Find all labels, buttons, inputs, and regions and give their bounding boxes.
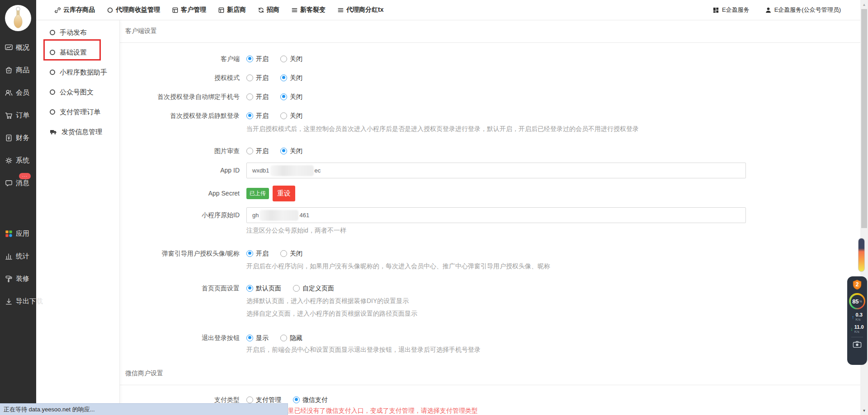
topnav-item-agent-revenue[interactable]: 代理商收益管理 bbox=[107, 6, 160, 14]
radio-icon bbox=[246, 56, 253, 62]
submenu-item-manual-publish[interactable]: 手动发布 bbox=[36, 23, 119, 42]
sidebar-item-label: 统计 bbox=[16, 252, 29, 261]
system-icon bbox=[5, 156, 13, 165]
panel-icon bbox=[172, 7, 179, 14]
row-label: 首页页面设置 bbox=[120, 284, 240, 318]
sidebar-item-label: 订单 bbox=[16, 111, 29, 120]
row-label: App Secret bbox=[120, 185, 240, 201]
circle-icon bbox=[50, 50, 55, 55]
topnav-item-new-shop[interactable]: 新店商 bbox=[218, 6, 246, 14]
radio-homepage-default[interactable]: 默认页面 bbox=[246, 284, 281, 293]
sidebar-item-stats[interactable]: 统计 bbox=[0, 245, 36, 267]
radio-icon bbox=[246, 112, 253, 119]
sidebar-item-label: 消息 bbox=[16, 179, 29, 187]
radio-logout-hide[interactable]: 隐藏 bbox=[280, 333, 302, 342]
sidebar-item-goods[interactable]: 商品 bbox=[0, 59, 36, 81]
sidebar-item-orders[interactable]: 订单 bbox=[0, 104, 36, 126]
radio-silentlogin-off[interactable]: 关闭 bbox=[280, 111, 302, 120]
radio-icon bbox=[246, 335, 253, 341]
members-icon bbox=[5, 89, 13, 97]
submenu-item-basic-settings[interactable]: 基础设置 bbox=[36, 42, 119, 62]
screenshot-camera-icon[interactable] bbox=[853, 340, 862, 348]
topbar: 云库存商品 代理商收益管理 客户管理 新店商 招商 新客裂变 代理商分红tx bbox=[36, 0, 868, 20]
account-menu[interactable]: E企盈服务(公众号管理员) bbox=[765, 6, 841, 14]
recycle-icon bbox=[258, 7, 264, 14]
radio-client-on[interactable]: 开启 bbox=[246, 54, 269, 63]
submenu-item-payment-orders[interactable]: 支付管理订单 bbox=[36, 102, 119, 122]
radio-icon bbox=[280, 335, 287, 341]
apps-icon bbox=[5, 229, 13, 238]
radio-authmode-off[interactable]: 关闭 bbox=[280, 73, 302, 82]
radio-authmode-on[interactable]: 开启 bbox=[246, 73, 269, 82]
radio-imagereview-off[interactable]: 关闭 bbox=[280, 146, 302, 155]
radio-silentlogin-on[interactable]: 开启 bbox=[246, 111, 269, 120]
avatar[interactable] bbox=[5, 5, 31, 31]
health-score-ring[interactable]: 85% bbox=[849, 293, 865, 309]
radio-paytype-manage[interactable]: 支付管理 bbox=[246, 395, 281, 404]
settings-submenu: 手动发布 基础设置 小程序数据助手 公众号图文 支付管理订单 发货信息管理 bbox=[36, 20, 120, 415]
setting-row-auth-mode: 授权模式 开启 关闭 bbox=[120, 73, 860, 82]
radio-imagereview-on[interactable]: 开启 bbox=[246, 146, 269, 155]
scroll-up-arrow[interactable]: ▲ bbox=[860, 1, 868, 8]
truck-icon bbox=[50, 128, 57, 135]
divider bbox=[851, 337, 863, 337]
topnav-item-fission[interactable]: 新客裂变 bbox=[291, 6, 326, 14]
setting-row-homepage: 首页页面设置 默认页面 自定义页面 选择默认页面，进入小程序的首页根据装修DIY… bbox=[120, 284, 860, 318]
submenu-item-official-article[interactable]: 公众号图文 bbox=[36, 82, 119, 102]
radio-icon bbox=[246, 93, 253, 100]
submenu-item-shipping-info[interactable]: 发货信息管理 bbox=[36, 122, 119, 142]
row-label: 客户端 bbox=[120, 54, 240, 63]
radio-icon bbox=[280, 250, 287, 257]
panel-icon bbox=[218, 7, 225, 14]
original-id-input[interactable]: gh 461 bbox=[246, 207, 746, 223]
topnav-item-cloud-stock[interactable]: 云库存商品 bbox=[54, 6, 95, 14]
sidebar-item-overview[interactable]: 概况 bbox=[0, 36, 36, 59]
radio-icon bbox=[293, 396, 300, 403]
setting-row-image-review: 图片审查 开启 关闭 bbox=[120, 146, 860, 155]
sidebar-item-messages[interactable]: 消息 ··· bbox=[0, 172, 36, 194]
setting-row-original-id: 小程序原始ID gh 461 注意区分公众号原始id，两者不一样 bbox=[120, 207, 860, 235]
radio-avatarpopup-off[interactable]: 关闭 bbox=[280, 249, 302, 258]
shield-badge[interactable]: 2 bbox=[851, 279, 863, 291]
chain-link-icon bbox=[54, 7, 61, 14]
radio-icon bbox=[280, 75, 287, 81]
topnav-item-investment[interactable]: 招商 bbox=[258, 6, 279, 14]
sidebar-item-decorate[interactable]: 装修 bbox=[0, 267, 36, 290]
section-title-merchant: 微信商户设置 bbox=[120, 369, 860, 385]
goods-icon bbox=[5, 66, 13, 75]
row-label: 首次授权登录后静默登录 bbox=[120, 111, 240, 133]
main-sidebar: 概况 商品 会员 订单 财务 系统 消息 ··· 应用 bbox=[0, 0, 36, 415]
sidebar-item-members[interactable]: 会员 bbox=[0, 81, 36, 104]
topnav-item-customer-mgmt[interactable]: 客户管理 bbox=[172, 6, 206, 14]
circle-icon bbox=[107, 7, 113, 14]
setting-row-client: 客户端 开启 关闭 bbox=[120, 54, 860, 63]
topbar-right: E企盈服务 E企盈服务(公众号管理员) bbox=[712, 6, 868, 14]
sidebar-item-export[interactable]: 导出下载 bbox=[0, 290, 36, 312]
reset-button[interactable]: 重设 bbox=[273, 186, 295, 201]
score-value: 85 bbox=[852, 298, 859, 305]
radio-logout-show[interactable]: 显示 bbox=[246, 333, 269, 342]
sidebar-item-finance[interactable]: 财务 bbox=[0, 126, 36, 149]
sidebar-item-apps[interactable]: 应用 bbox=[0, 222, 36, 245]
setting-description: 选择自定义页面，进入小程序的首页根据设置的路径页面显示 bbox=[246, 309, 860, 318]
radio-paytype-wechat[interactable]: 微信支付 bbox=[293, 395, 328, 404]
radio-bindphone-on[interactable]: 开启 bbox=[246, 92, 269, 101]
topnav-item-agent-dividend[interactable]: 代理商分红tx bbox=[337, 6, 383, 14]
setting-row-appid: App ID wxdb1 ec bbox=[120, 163, 860, 178]
decorate-icon bbox=[5, 275, 13, 283]
scrollbar-thumb[interactable] bbox=[861, 9, 867, 228]
submenu-item-miniprogram-data[interactable]: 小程序数据助手 bbox=[36, 62, 119, 82]
sidebar-item-label: 商品 bbox=[16, 66, 29, 75]
system-monitor-widget[interactable]: 2 85% ↑ 0.3K/s ↓ 11.0K/s bbox=[847, 276, 867, 365]
service-menu[interactable]: E企盈服务 bbox=[712, 6, 750, 14]
sidebar-item-system[interactable]: 系统 bbox=[0, 149, 36, 172]
radio-avatarpopup-on[interactable]: 开启 bbox=[246, 249, 269, 258]
radio-homepage-custom[interactable]: 自定义页面 bbox=[293, 284, 334, 293]
setting-description: 注意区分公众号原始id，两者不一样 bbox=[246, 226, 860, 235]
radio-bindphone-off[interactable]: 关闭 bbox=[280, 92, 302, 101]
appid-input[interactable]: wxdb1 ec bbox=[246, 163, 746, 178]
radio-client-off[interactable]: 关闭 bbox=[280, 54, 302, 63]
scroll-down-arrow[interactable]: ▼ bbox=[860, 407, 868, 414]
thermometer-widget[interactable] bbox=[858, 238, 865, 272]
avatar-area bbox=[0, 0, 36, 36]
